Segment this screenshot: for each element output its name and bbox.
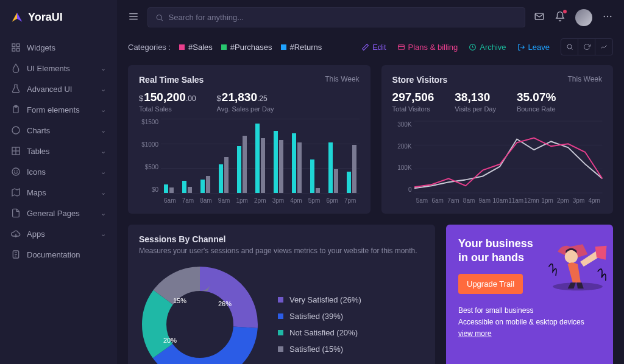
sidebar-item-form-elements[interactable]: Form elements⌄ xyxy=(0,99,117,120)
chart-view-button[interactable] xyxy=(595,39,612,55)
plans-icon xyxy=(397,43,405,51)
edit-action[interactable]: Edit xyxy=(361,43,386,52)
archive-action[interactable]: Archive xyxy=(469,43,506,52)
refresh-button[interactable] xyxy=(578,39,595,55)
promo-line2: Accessible on mobile & esktop devices xyxy=(458,317,601,328)
bounce-rate-value: 35.07% xyxy=(517,91,556,104)
svg-point-25 xyxy=(604,16,605,17)
sidebar-item-maps[interactable]: Maps⌄ xyxy=(0,182,117,203)
sidebar-item-advanced-ui[interactable]: Advanced UI⌄ xyxy=(0,79,117,99)
sidebar-item-charts[interactable]: Charts⌄ xyxy=(0,120,117,141)
chevron-down-icon: ⌄ xyxy=(101,106,106,114)
total-sales-label: Total Sales xyxy=(139,105,196,113)
upgrade-button[interactable]: Upgrade Trail xyxy=(458,274,523,294)
chevron-down-icon: ⌄ xyxy=(101,230,106,238)
store-visitors-card: Store Visitors This Week 297,506Total Vi… xyxy=(381,65,613,214)
user-avatar[interactable] xyxy=(575,9,592,26)
chevron-down-icon: ⌄ xyxy=(101,127,106,135)
map-icon xyxy=(11,187,21,197)
mail-button[interactable] xyxy=(534,11,545,24)
search-icon xyxy=(155,13,164,22)
promo-view-more-link[interactable]: view more xyxy=(458,329,492,338)
search-view-button[interactable] xyxy=(561,39,578,55)
promo-illustration xyxy=(547,237,608,292)
sidebar-item-label: Documentation xyxy=(27,250,80,259)
promo-title: Your business in our hands xyxy=(458,237,544,265)
category-tag[interactable]: #Sales xyxy=(179,43,213,52)
legend-item: Not Satisfied (20%) xyxy=(278,328,361,337)
sidebar-item-apps[interactable]: Apps⌄ xyxy=(0,223,117,244)
categories-label: Categories : xyxy=(128,43,171,52)
svg-point-11 xyxy=(12,168,20,175)
plans-action[interactable]: Plans & billing xyxy=(397,43,458,52)
chevron-down-icon: ⌄ xyxy=(101,168,106,176)
grid-icon xyxy=(11,146,21,156)
mail-icon xyxy=(534,11,545,22)
stats-row: Real Time Sales This Week $150,200.00 To… xyxy=(128,65,613,214)
avg-sales-value: $21,830.25 xyxy=(217,91,274,104)
total-visitors-value: 297,506 xyxy=(392,91,434,104)
legend-swatch xyxy=(278,330,283,335)
sessions-donut-chart: 26%39%20%15% xyxy=(139,264,261,364)
refresh-icon xyxy=(583,43,590,51)
more-button[interactable] xyxy=(602,11,613,24)
card-title: Sessions By Channel xyxy=(139,234,424,244)
cloud-icon xyxy=(11,229,21,239)
promo-line1: Best for small business xyxy=(458,305,601,317)
circle-icon xyxy=(11,125,21,135)
svg-line-23 xyxy=(161,19,162,20)
menu-toggle-button[interactable] xyxy=(128,11,139,24)
svg-marker-14 xyxy=(12,189,20,196)
real-time-sales-chart: $1500$1000$500$0 6am7am8am9am1pm2pm3pm4p… xyxy=(139,119,360,204)
sidebar-item-widgets[interactable]: Widgets xyxy=(0,37,117,58)
promo-card: Your business in our hands Upgrade Trail… xyxy=(446,225,613,364)
sidebar-item-documentation[interactable]: Documentation xyxy=(0,244,117,265)
sidebar-item-tables[interactable]: Tables⌄ xyxy=(0,141,117,161)
sidebar-item-label: Widgets xyxy=(27,43,55,52)
chart-icon xyxy=(600,43,608,51)
svg-point-32 xyxy=(567,44,572,49)
search-box[interactable] xyxy=(147,7,525,27)
sidebar-item-label: Apps xyxy=(27,229,45,239)
svg-point-12 xyxy=(15,170,15,171)
topbar-actions xyxy=(534,9,613,26)
card-title: Store Visitors xyxy=(392,75,448,85)
sidebar-item-icons[interactable]: Icons⌄ xyxy=(0,161,117,182)
sidebar: YoraUI WidgetsUI Elements⌄Advanced UI⌄Fo… xyxy=(0,0,117,364)
legend-item: Satisfied (39%) xyxy=(278,312,361,321)
leave-action[interactable]: Leave xyxy=(517,43,550,52)
notifications-button[interactable] xyxy=(555,11,566,24)
donut-slice-label: 15% xyxy=(173,297,186,304)
svg-point-27 xyxy=(610,16,611,17)
sidebar-item-label: Maps xyxy=(27,188,46,197)
view-buttons xyxy=(561,38,613,55)
brand-logo[interactable]: YoraUI xyxy=(0,0,117,37)
svg-rect-2 xyxy=(16,48,20,51)
search-input[interactable] xyxy=(169,13,518,22)
total-sales-value: $150,200.00 xyxy=(139,91,196,104)
category-tag[interactable]: #Returns xyxy=(281,43,322,52)
sidebar-item-ui-elements[interactable]: UI Elements⌄ xyxy=(0,58,117,79)
category-swatch xyxy=(281,44,286,50)
sidebar-item-label: Icons xyxy=(27,167,46,177)
chevron-down-icon: ⌄ xyxy=(101,147,106,155)
sidebar-item-general-pages[interactable]: General Pages⌄ xyxy=(0,203,117,223)
doc-icon xyxy=(11,250,21,259)
flask-icon xyxy=(11,84,21,94)
card-title: Real Time Sales xyxy=(139,75,204,85)
chevron-down-icon: ⌄ xyxy=(101,209,106,217)
sessions-legend: Very Satisfied (26%)Satisfied (39%)Not S… xyxy=(278,295,361,354)
toolbar-row: Categories : #Sales#Purchases#Returns Ed… xyxy=(128,38,613,65)
page-icon xyxy=(11,208,21,218)
sidebar-item-label: Advanced UI xyxy=(27,85,72,94)
legend-swatch xyxy=(278,297,283,303)
donut-slice-label: 20% xyxy=(163,337,177,344)
search-icon xyxy=(566,43,573,51)
sidebar-item-label: Form elements xyxy=(27,105,80,114)
sidebar-item-label: General Pages xyxy=(27,209,80,218)
svg-point-13 xyxy=(17,170,18,171)
category-tag[interactable]: #Purchases xyxy=(221,43,272,52)
donut-slice-label: 26% xyxy=(218,300,232,307)
legend-item: Satisfied (15%) xyxy=(278,345,361,354)
brand-name: YoraUI xyxy=(28,11,63,24)
